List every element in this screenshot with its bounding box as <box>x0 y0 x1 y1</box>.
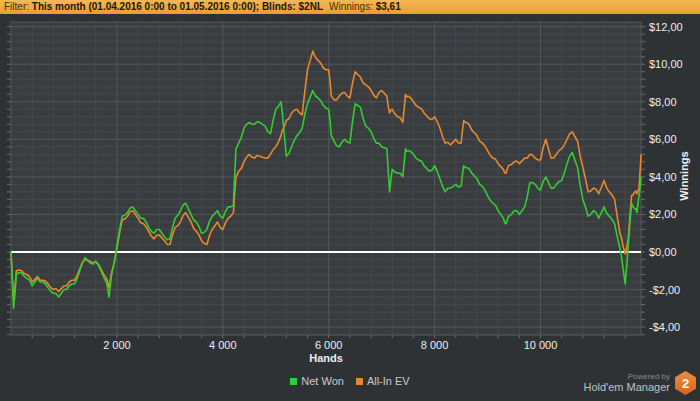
powered-by-label: Powered by <box>584 373 670 382</box>
x-tick-label: 8 000 <box>421 339 449 351</box>
holdem-manager-graph-window: Filter: This month (01.04.2016 0:00 to 0… <box>0 0 700 401</box>
badge-number: 2 <box>682 376 689 391</box>
all-in-ev-label: All-In EV <box>367 375 410 387</box>
legend-item-net-won: Net Won <box>290 375 344 387</box>
y-tick-label: $8,00 <box>649 96 677 108</box>
y-axis-title: Winnings <box>678 151 690 200</box>
y-tick-label: $6,00 <box>649 133 677 145</box>
x-tick-label: 2 000 <box>103 339 131 351</box>
legend-item-all-in-ev: All-In EV <box>356 375 410 387</box>
powered-by-footer: Powered by Hold'em Manager 2 <box>584 371 696 395</box>
y-tick-label: $4,00 <box>649 171 677 183</box>
y-tick-label: -$4,00 <box>649 321 680 333</box>
x-tick-label: 4 000 <box>209 339 237 351</box>
x-axis-title: Hands <box>309 352 343 364</box>
y-tick-label: -$2,00 <box>649 284 680 296</box>
all-in-ev-swatch <box>356 378 363 385</box>
y-tick-label: $12,00 <box>649 21 683 33</box>
brand-name: Hold'em Manager <box>584 381 670 393</box>
x-tick-label: 10 000 <box>524 339 558 351</box>
hm2-badge: 2 <box>675 371 696 395</box>
y-tick-label: $10,00 <box>649 58 683 70</box>
x-tick-label: 6 000 <box>315 339 343 351</box>
winnings-chart: $12,00$10,00$8,00$6,00$4,00$2,00$0,00-$2… <box>0 0 700 401</box>
net-won-swatch <box>290 378 297 385</box>
y-tick-label: $2,00 <box>649 208 677 220</box>
y-tick-label: $0,00 <box>649 246 677 258</box>
footer-text: Powered by Hold'em Manager <box>584 373 670 394</box>
net-won-label: Net Won <box>301 375 344 387</box>
